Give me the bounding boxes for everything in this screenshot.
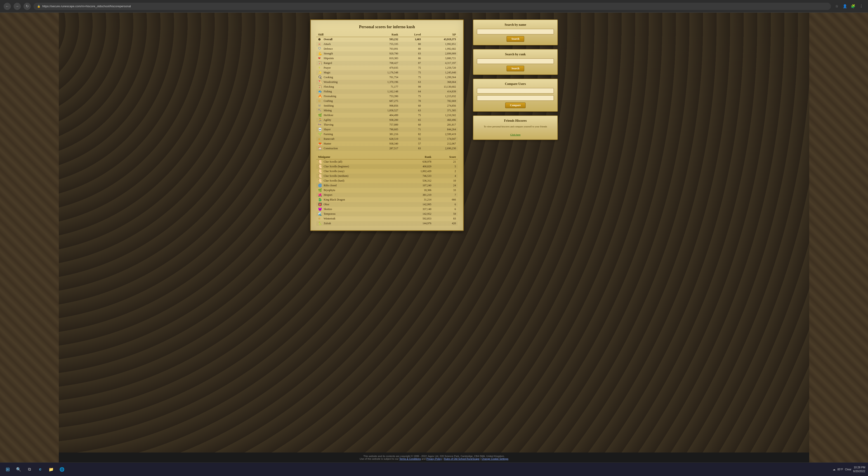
start-button[interactable]: ⊞ xyxy=(3,465,13,474)
skill-level: 75 xyxy=(400,66,423,70)
bookmark-button[interactable]: ☆ xyxy=(834,3,840,9)
friends-click-here-link[interactable]: Click here xyxy=(510,133,521,136)
skill-row: 🍳 Cooking 701,754 75 1,299,564 xyxy=(316,75,458,80)
skill-xp: 782,669 xyxy=(423,99,458,103)
skill-icon: 🏹 xyxy=(318,61,322,65)
minigame-rank: 592,853 xyxy=(399,216,433,221)
search-by-name-input[interactable] xyxy=(477,29,554,34)
skill-row: ❤ Hitpoints 819,383 86 3,880,721 xyxy=(316,56,458,61)
right-border-decoration xyxy=(809,13,868,463)
footer-and: and xyxy=(422,457,426,460)
search-by-name-box: Search by name Search xyxy=(473,20,558,45)
skill-xp: 1,992,682 xyxy=(423,46,458,51)
skill-xp: 414,839 xyxy=(423,89,458,94)
compare-user-input-2[interactable] xyxy=(477,95,554,101)
minigame-rank: 746,533 xyxy=(399,174,433,178)
score-col-header: Score xyxy=(433,155,458,160)
minigame-score: 420 xyxy=(433,221,458,226)
minigame-rank: 1,002,420 xyxy=(399,169,433,174)
skill-rank: 938,340 xyxy=(368,141,400,146)
skill-xp: 1,210,502 xyxy=(423,113,458,117)
minigame-score: 10 xyxy=(433,178,458,183)
refresh-button[interactable]: ↻ xyxy=(24,3,31,10)
minigame-name: 🐍 Zulrah xyxy=(316,221,399,226)
skill-level: 71 xyxy=(400,127,423,132)
skill-row: 🛡 Defence 703,091 80 1,992,682 xyxy=(316,46,458,51)
skill-xp: 371,585 xyxy=(423,108,458,113)
back-button[interactable]: ← xyxy=(4,3,11,10)
skill-icon: ⚙ xyxy=(318,99,322,103)
rank-col-header: Rank xyxy=(368,33,400,37)
minigame-icon: 📜 xyxy=(318,165,322,169)
search-taskbar-icon[interactable]: 🔍 xyxy=(13,465,24,474)
menu-button[interactable]: ⋮ xyxy=(858,3,864,9)
skill-xp: 4,317,197 xyxy=(423,61,458,66)
skill-name: 🪓 Woodcutting xyxy=(316,80,368,84)
minigame-icon: 🐍 xyxy=(318,222,322,226)
skill-icon: 💪 xyxy=(318,52,322,56)
skill-level: 75 xyxy=(400,94,423,99)
minigame-score: 6 xyxy=(433,202,458,207)
clock-time: 10:28 PM xyxy=(853,466,865,470)
skill-name: ⚒ Smithing xyxy=(316,103,368,108)
forward-button[interactable]: → xyxy=(13,3,21,10)
minigame-name: 🌺 Hespori xyxy=(316,193,399,197)
skill-xp: 2,899,909 xyxy=(423,51,458,56)
skill-level: 63 xyxy=(400,80,423,84)
minigame-icon: 📜 xyxy=(318,174,322,178)
friends-title: Friends Hiscores xyxy=(477,119,554,123)
weather-temperature: 85°F xyxy=(837,468,843,471)
content-area: Personal scores for inferno kush Skill R… xyxy=(0,13,868,463)
compare-button[interactable]: Compare xyxy=(505,103,526,108)
skill-icon: 🏃 xyxy=(318,118,322,122)
minigame-icon: 📜 xyxy=(318,169,322,173)
skill-row: 🪓 Woodcutting 1,370,196 63 368,664 xyxy=(316,80,458,84)
search-by-name-button[interactable]: Search xyxy=(506,36,524,42)
rules-link[interactable]: Rules of Old School RuneScape xyxy=(444,457,480,460)
skill-rank: 938,200 xyxy=(368,117,400,123)
search-by-rank-button[interactable]: Search xyxy=(506,66,524,71)
skill-name: 🏹 Ranged xyxy=(316,61,368,66)
skill-name: 🛡 Defence xyxy=(316,46,368,51)
skill-rank: 701,754 xyxy=(368,75,400,80)
extensions-button[interactable]: 🧩 xyxy=(850,3,856,9)
skill-xp: 368,664 xyxy=(423,80,458,84)
footer-use-text: Use of this website is subject to our xyxy=(360,457,399,460)
weather-condition: Clear xyxy=(845,468,851,471)
skill-xp: 43,919,373 xyxy=(423,37,458,42)
skill-level: 99 xyxy=(400,84,423,89)
skill-icon: ⚔ xyxy=(318,42,322,46)
privacy-link[interactable]: Privacy Policy xyxy=(426,457,442,460)
skill-level: 75 xyxy=(400,113,423,117)
minigame-icon: 🌀 xyxy=(318,183,322,188)
skill-name: 🦊 Hunter xyxy=(316,141,368,146)
cookie-link[interactable]: Change Cookie Settings xyxy=(482,457,508,460)
folder-icon[interactable]: 📁 xyxy=(46,465,56,474)
browser-taskbar-icon[interactable]: 🌐 xyxy=(57,465,67,474)
skill-rank: 1,162,148 xyxy=(368,89,400,94)
minigame-name: 🌿 Bryophyta xyxy=(316,188,399,193)
edge-icon[interactable]: e xyxy=(35,465,45,474)
search-by-rank-input[interactable] xyxy=(477,59,554,64)
skill-level: 55 xyxy=(400,137,423,141)
minigame-rank: 337,140 xyxy=(399,207,433,212)
terms-link[interactable]: Terms & Conditions xyxy=(399,457,421,460)
minigame-row: 🌊 Tempoross 142,952 59 xyxy=(316,212,458,216)
skill-level: 1,683 xyxy=(400,37,423,42)
skill-xp: 212,067 xyxy=(423,141,458,146)
skill-rank: 708,427 xyxy=(368,61,400,66)
skill-icon: ✝ xyxy=(318,66,322,70)
url-bar[interactable]: 🔒 https://secure.runescape.com/m=hiscore… xyxy=(33,3,831,10)
profile-button[interactable]: 👤 xyxy=(842,3,848,9)
skill-row: ⚔ Attack 755,335 80 1,992,851 xyxy=(316,42,458,46)
compare-user-input-1[interactable] xyxy=(477,88,554,94)
minigame-row: 🐉 King Black Dragon 31,214 666 xyxy=(316,197,458,202)
skill-icon: 🌿 xyxy=(318,113,322,117)
skill-rank: 1,176,548 xyxy=(368,70,400,75)
skill-icon: ◈ xyxy=(318,137,322,141)
minigame-score: 59 xyxy=(433,212,458,216)
skill-col-header: Skill xyxy=(316,33,368,37)
task-view-icon[interactable]: ⧉ xyxy=(24,465,34,474)
skill-xp: 1,259,720 xyxy=(423,66,458,70)
skill-xp: 1,215,032 xyxy=(423,94,458,99)
